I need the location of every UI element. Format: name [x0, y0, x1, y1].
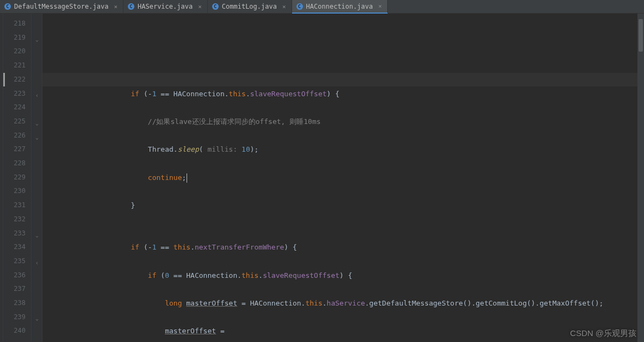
close-icon[interactable]: ×	[114, 3, 117, 10]
code-content: if (-1 == HAConnection.this.slaveRequest…	[46, 59, 637, 342]
code-editor[interactable]: if (-1 == HAConnection.this.slaveRequest…	[42, 14, 637, 342]
line-number: 218	[3, 17, 31, 31]
line-number: 234	[3, 240, 31, 254]
line-number: 225	[3, 115, 31, 129]
line-number: 241	[3, 338, 31, 342]
editor-area: 2182192202212222232242252262272282292302…	[0, 14, 644, 342]
tab-label: HAService.java	[138, 3, 193, 10]
fold-end-icon: ‹	[34, 256, 40, 270]
line-number: 226	[3, 129, 31, 143]
close-icon[interactable]: ×	[282, 3, 286, 10]
line-number: 224	[3, 101, 31, 115]
line-number-gutter[interactable]: 2182192202212222232242252262272282292302…	[3, 14, 32, 342]
line-number: 227	[3, 142, 31, 157]
line-number: 240	[3, 324, 31, 338]
tab-label: CommitLog.java	[222, 3, 277, 10]
line-number: 229	[3, 171, 31, 185]
tab-defaultmessagestore[interactable]: C DefaultMessageStore.java ×	[0, 0, 123, 13]
close-icon[interactable]: ×	[378, 3, 382, 10]
line-number: 233	[3, 227, 31, 241]
tab-label: HAConnection.java	[306, 3, 373, 10]
fold-end-icon: ‹	[34, 89, 40, 103]
line-number: 228	[3, 157, 31, 171]
close-icon[interactable]: ×	[198, 3, 202, 10]
fold-toggle-icon[interactable]: ⌄	[34, 312, 40, 326]
java-class-icon: C	[4, 3, 11, 10]
scrollbar-thumb[interactable]	[639, 19, 643, 52]
line-number: 223	[3, 87, 31, 101]
fold-toggle-icon[interactable]: ⌄	[34, 228, 40, 242]
java-class-icon: C	[212, 3, 219, 10]
line-number: 239	[3, 310, 31, 325]
line-number: 219	[3, 31, 31, 45]
fold-toggle-icon[interactable]: ⌄	[34, 130, 40, 145]
line-number: 220	[3, 45, 31, 59]
line-number: 221	[3, 59, 31, 73]
line-number: 236	[3, 269, 31, 283]
vertical-scrollbar[interactable]	[637, 14, 644, 342]
java-class-icon: C	[296, 3, 303, 10]
line-number: 235	[3, 254, 31, 269]
tab-label: DefaultMessageStore.java	[14, 3, 108, 10]
fold-toggle-icon[interactable]: ⌄	[34, 116, 40, 130]
java-class-icon: C	[128, 3, 134, 10]
fold-toggle-icon[interactable]: ⌄	[34, 33, 40, 47]
tab-haconnection[interactable]: C HAConnection.java ×	[292, 0, 388, 14]
editor-tabbar: C DefaultMessageStore.java × C HAService…	[0, 0, 644, 14]
tab-commitlog[interactable]: C CommitLog.java ×	[208, 0, 292, 13]
tab-haservice[interactable]: C HAService.java ×	[123, 0, 208, 13]
text-caret	[187, 173, 187, 183]
line-number: 222	[3, 73, 31, 87]
fold-gutter[interactable]: ⌄ ‹ ⌄ ⌄ ⌄ ‹ ⌄	[32, 14, 42, 342]
line-number: 238	[3, 296, 31, 310]
line-number: 231	[3, 198, 31, 213]
line-number: 232	[3, 213, 31, 227]
line-number: 237	[3, 282, 31, 296]
line-number: 230	[3, 184, 31, 198]
modified-line-marker	[3, 73, 5, 87]
